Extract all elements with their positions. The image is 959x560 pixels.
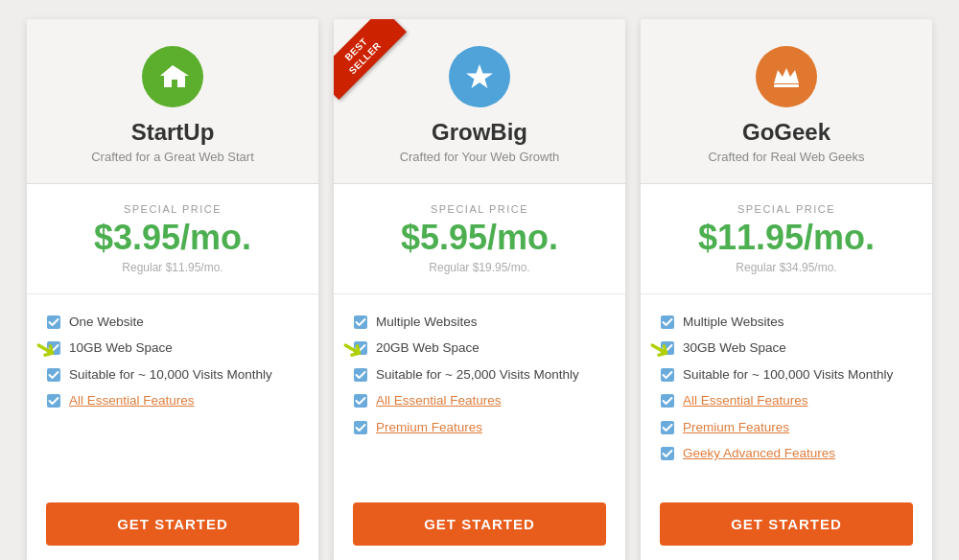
check-icon <box>353 393 368 408</box>
plan-header-startup: StartUp Crafted for a Great Web Start <box>27 19 318 184</box>
feature-item-4: Premium Features <box>660 419 913 436</box>
get-started-button-startup[interactable]: GET STARTED <box>46 502 299 546</box>
check-icon <box>660 446 675 461</box>
feature-item-1: ➜ 30GB Web Space <box>660 339 913 357</box>
price-regular-gogeek: Regular $34.95/mo. <box>660 261 913 274</box>
plan-tagline-growbig: Crafted for Your Web Growth <box>353 150 606 164</box>
feature-text-0: One Website <box>69 315 144 329</box>
price-regular-startup: Regular $11.95/mo. <box>46 261 299 274</box>
plan-pricing-startup: SPECIAL PRICE $3.95/mo. Regular $11.95/m… <box>27 184 318 294</box>
feature-link-3[interactable]: All Essential Features <box>683 393 808 408</box>
feature-item-2: Suitable for ~ 10,000 Visits Monthly <box>46 366 299 384</box>
feature-text-2: Suitable for ~ 100,000 Visits Monthly <box>683 367 893 382</box>
feature-item-1: ➜ 10GB Web Space <box>46 339 299 357</box>
feature-text-1: 30GB Web Space <box>683 340 786 355</box>
get-started-button-growbig[interactable]: GET STARTED <box>353 502 606 546</box>
check-icon <box>660 420 675 435</box>
plan-footer-growbig: GET STARTED <box>334 487 625 560</box>
plan-card-growbig: BESTSELLER GrowBig Crafted for Your Web … <box>334 19 625 560</box>
plan-name-startup: StartUp <box>46 119 299 146</box>
plan-icon-startup <box>142 46 203 107</box>
green-arrow: ➜ <box>30 332 62 366</box>
feature-text-0: Multiple Websites <box>376 315 478 329</box>
best-seller-label: BESTSELLER <box>334 19 407 100</box>
check-icon <box>353 315 368 330</box>
plan-card-startup: StartUp Crafted for a Great Web Start SP… <box>27 19 318 560</box>
feature-item-5: Geeky Advanced Features <box>660 445 913 462</box>
get-started-button-gogeek[interactable]: GET STARTED <box>660 502 913 546</box>
feature-item-0: Multiple Websites <box>660 314 913 331</box>
plan-header-gogeek: GoGeek Crafted for Real Web Geeks <box>641 19 932 184</box>
feature-text-2: Suitable for ~ 10,000 Visits Monthly <box>69 367 272 382</box>
plan-name-growbig: GrowBig <box>353 119 606 146</box>
plan-pricing-gogeek: SPECIAL PRICE $11.95/mo. Regular $34.95/… <box>641 184 932 294</box>
price-main-gogeek: $11.95/mo. <box>660 219 913 257</box>
check-icon <box>46 315 61 330</box>
plan-footer-startup: GET STARTED <box>27 487 318 560</box>
plan-icon-gogeek <box>756 46 817 107</box>
plan-tagline-gogeek: Crafted for Real Web Geeks <box>660 150 913 164</box>
check-icon <box>353 420 368 435</box>
svg-marker-4 <box>466 64 493 88</box>
feature-item-2: Suitable for ~ 100,000 Visits Monthly <box>660 366 913 384</box>
feature-text-1: 20GB Web Space <box>376 340 480 355</box>
feature-item-0: One Website <box>46 314 299 331</box>
special-price-label-startup: SPECIAL PRICE <box>46 203 299 215</box>
price-regular-growbig: Regular $19.95/mo. <box>353 261 606 274</box>
feature-link-3[interactable]: All Essential Features <box>376 393 502 408</box>
feature-link-3[interactable]: All Essential Features <box>69 393 195 408</box>
special-price-label-growbig: SPECIAL PRICE <box>353 203 606 215</box>
special-price-label-gogeek: SPECIAL PRICE <box>660 203 913 215</box>
feature-item-0: Multiple Websites <box>353 314 606 331</box>
plan-pricing-growbig: SPECIAL PRICE $5.95/mo. Regular $19.95/m… <box>334 184 625 294</box>
price-main-growbig: $5.95/mo. <box>353 219 606 257</box>
green-arrow: ➜ <box>337 332 369 366</box>
feature-link-4[interactable]: Premium Features <box>376 420 482 434</box>
feature-item-3: All Essential Features <box>353 392 606 409</box>
feature-item-3: All Essential Features <box>46 392 299 409</box>
check-icon <box>46 367 61 383</box>
feature-text-1: 10GB Web Space <box>69 340 173 355</box>
feature-text-0: Multiple Websites <box>683 315 784 329</box>
feature-item-2: Suitable for ~ 25,000 Visits Monthly <box>353 366 606 384</box>
feature-item-3: All Essential Features <box>660 392 913 409</box>
plan-features-gogeek: Multiple Websites ➜ 30GB Web Space <box>641 294 932 487</box>
feature-item-4: Premium Features <box>353 419 606 436</box>
best-seller-ribbon: BESTSELLER <box>334 19 420 105</box>
plan-features-startup: One Website ➜ 10GB Web Space <box>27 294 318 487</box>
check-icon <box>353 367 368 383</box>
pricing-container: StartUp Crafted for a Great Web Start SP… <box>19 19 940 560</box>
plan-icon-growbig <box>449 46 510 107</box>
feature-link-5[interactable]: Geeky Advanced Features <box>683 446 835 460</box>
plan-footer-gogeek: GET STARTED <box>641 487 932 560</box>
price-main-startup: $3.95/mo. <box>46 219 299 257</box>
check-icon <box>46 393 61 408</box>
plan-card-gogeek: GoGeek Crafted for Real Web Geeks SPECIA… <box>641 19 932 560</box>
plan-tagline-startup: Crafted for a Great Web Start <box>46 150 299 164</box>
svg-rect-10 <box>774 84 799 87</box>
green-arrow: ➜ <box>643 332 676 366</box>
plan-features-growbig: Multiple Websites ➜ 20GB Web Space <box>334 294 625 487</box>
check-icon <box>660 393 675 408</box>
feature-link-4[interactable]: Premium Features <box>683 420 789 434</box>
plan-name-gogeek: GoGeek <box>660 119 913 146</box>
check-icon <box>660 367 675 383</box>
feature-item-1: ➜ 20GB Web Space <box>353 339 606 357</box>
feature-text-2: Suitable for ~ 25,000 Visits Monthly <box>376 367 579 382</box>
check-icon <box>660 315 675 330</box>
